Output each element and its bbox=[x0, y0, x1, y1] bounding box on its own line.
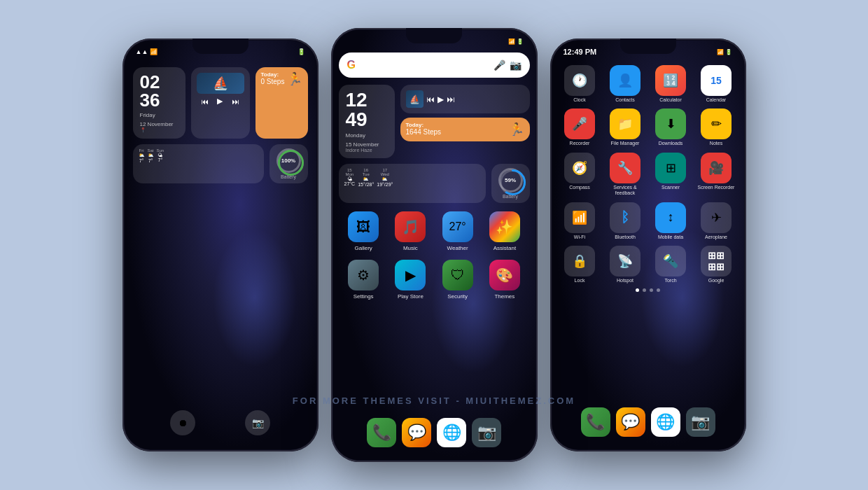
app3-label-lock: Lock bbox=[575, 278, 585, 284]
app-gallery[interactable]: 🖼 Gallery bbox=[342, 209, 386, 254]
steps-title-1: Today: bbox=[261, 71, 285, 78]
app3-icon-torch: 🔦 bbox=[655, 246, 686, 276]
dock-chrome-3[interactable]: 🌐 bbox=[651, 407, 680, 437]
clock-location: 📍 bbox=[140, 127, 178, 133]
bottom-record-btn[interactable]: ⏺ bbox=[170, 410, 195, 435]
app3-clock[interactable]: 🕐 Clock bbox=[558, 63, 602, 105]
app3-icon-screenrecorder: 🎥 bbox=[701, 153, 732, 183]
app3-hotspot[interactable]: 📡 Hotspot bbox=[603, 244, 648, 286]
page-dots-3 bbox=[556, 288, 740, 292]
app3-compass[interactable]: 🧭 Compass bbox=[558, 150, 602, 199]
battery-circle-2: 59% bbox=[498, 168, 523, 192]
app-weather[interactable]: 27° Weather bbox=[435, 209, 479, 254]
app3-icon-calculator: 🔢 bbox=[655, 65, 686, 96]
weather-days-1: Fri ⛅ 7° Sat ⛅ 7° Sun 🌤 bbox=[139, 148, 258, 163]
app3-icon-recorder: 🎤 bbox=[564, 108, 595, 139]
app-themes[interactable]: 🎨 Themes bbox=[482, 257, 526, 302]
app-label-gallery: Gallery bbox=[354, 245, 372, 251]
app3-aeroplane[interactable]: ✈ Aeroplane bbox=[694, 200, 738, 242]
steps-title-2: Today: bbox=[406, 122, 442, 128]
dock-phone-3[interactable]: 📞 bbox=[581, 407, 610, 437]
dock-phone-2[interactable]: 📞 bbox=[367, 418, 396, 447]
app3-bluetooth[interactable]: ᛒ Bluetooth bbox=[603, 200, 648, 242]
music-play[interactable]: ▶ bbox=[217, 97, 223, 106]
dock-camera-2[interactable]: 📷 bbox=[472, 418, 501, 447]
battery-circle-1: 100% bbox=[276, 148, 301, 173]
music-next[interactable]: ⏭ bbox=[232, 97, 239, 106]
app3-google[interactable]: ⊞⊞⊞⊞ Google bbox=[694, 244, 738, 286]
clock-day: Friday bbox=[140, 112, 178, 118]
camera-search-icon[interactable]: 📷 bbox=[510, 59, 522, 71]
widget-row-1: 02 36 Friday 12 November 📍 ⛵ ⏮ ▶ bbox=[133, 67, 308, 139]
app3-icon-lock: 🔒 bbox=[564, 246, 595, 276]
weather-day-fri: Fri ⛅ 7° bbox=[139, 148, 145, 163]
app3-label-aeroplane: Aeroplane bbox=[705, 234, 727, 240]
app-icon-themes: 🎨 bbox=[489, 260, 520, 290]
app3-scanner[interactable]: ⊞ Scanner bbox=[649, 150, 693, 199]
app-assistant[interactable]: ✨ Assistant bbox=[482, 209, 526, 254]
music-prev[interactable]: ⏮ bbox=[201, 97, 209, 106]
app-music[interactable]: 🎵 Music bbox=[388, 209, 433, 254]
bottom-camera-btn[interactable]: 📷 bbox=[245, 410, 270, 435]
weather-day-sun: Sun 🌤 7° bbox=[157, 148, 164, 163]
app3-calculator[interactable]: 🔢 Calculator bbox=[649, 63, 693, 105]
clock-loc-2: Indore Haze bbox=[346, 148, 388, 153]
app3-mobiledata[interactable]: ↕ Mobile data bbox=[649, 200, 693, 242]
app3-notes[interactable]: ✏ Notes bbox=[694, 106, 738, 148]
app3-contacts[interactable]: 👤 Contacts bbox=[603, 63, 648, 105]
dot-2 bbox=[643, 288, 646, 292]
widget-row-p2-1: 12 49 Monday 15 November Indore Haze ⛵ bbox=[339, 85, 530, 158]
app3-icon-filemanager: 📁 bbox=[610, 108, 640, 139]
app3-downloads[interactable]: ⬇ Downloads bbox=[649, 106, 693, 148]
status-time-3: 12:49 PM bbox=[564, 48, 597, 56]
dock-messages-2[interactable]: 💬 bbox=[402, 418, 431, 447]
watermark: FOR MORE THEMES VISIT - MIUITHEMEZ.COM bbox=[293, 396, 575, 406]
app3-icon-hotspot: 📡 bbox=[610, 246, 640, 276]
app3-icon-services: 🔧 bbox=[610, 153, 640, 183]
app-grid-p3: 🕐 Clock 👤 Contacts 🔢 Calculator 15 Calen… bbox=[556, 63, 740, 286]
app-settings[interactable]: ⚙ Settings bbox=[342, 257, 386, 302]
app3-services[interactable]: 🔧 Services & feedback bbox=[603, 150, 648, 199]
dock-camera-3[interactable]: 📷 bbox=[686, 407, 715, 437]
app3-label-scanner: Scanner bbox=[662, 185, 680, 190]
clock-widget-2: 12 49 Monday 15 November Indore Haze bbox=[339, 85, 395, 158]
app3-label-bluetooth: Bluetooth bbox=[615, 234, 636, 240]
app3-torch[interactable]: 🔦 Torch bbox=[649, 244, 693, 286]
dock-messages-3[interactable]: 💬 bbox=[616, 407, 645, 437]
music-next-2[interactable]: ⏭ bbox=[447, 94, 455, 104]
phone-1: ▲▲ 📶 🔋 02 36 Friday 12 November 📍 bbox=[122, 38, 318, 451]
dock-chrome-2[interactable]: 🌐 bbox=[437, 418, 466, 447]
dock-3: 📞 💬 🌐 📷 bbox=[581, 407, 715, 437]
notch-3 bbox=[620, 38, 676, 54]
search-bar[interactable]: G 🎤 📷 bbox=[339, 52, 530, 78]
app-security[interactable]: 🛡 Security bbox=[435, 257, 479, 302]
app3-label-downloads: Downloads bbox=[659, 141, 683, 146]
notch-2 bbox=[406, 28, 462, 43]
widget-row-2: Fri ⛅ 7° Sat ⛅ 7° Sun 🌤 bbox=[133, 144, 308, 183]
app3-label-google: Google bbox=[708, 278, 724, 284]
music-album-art: ⛵ bbox=[213, 76, 228, 91]
app-icon-assistant: ✨ bbox=[489, 211, 520, 242]
music-play-2[interactable]: ▶ bbox=[438, 94, 444, 104]
app3-label-services: Services & feedback bbox=[603, 185, 648, 197]
app-label-assistant: Assistant bbox=[493, 245, 516, 251]
app3-label-recorder: Recorder bbox=[570, 141, 590, 146]
music-controls[interactable]: ⏮ ▶ ⏭ bbox=[197, 97, 244, 106]
app3-lock[interactable]: 🔒 Lock bbox=[558, 244, 602, 286]
bottom-bar-1: ⏺ 📷 bbox=[125, 410, 316, 435]
music-widget-2: ⛵ ⏮ ▶ ⏭ bbox=[400, 85, 530, 113]
app3-wifi[interactable]: 📶 Wi-Fi bbox=[558, 200, 602, 242]
app3-filemanager[interactable]: 📁 File Manager bbox=[603, 106, 648, 148]
wd-17: 17 Wed ⛅ 19°/29° bbox=[377, 168, 393, 187]
mic-icon[interactable]: 🎤 bbox=[493, 59, 505, 71]
app-label-playstore: Play Store bbox=[398, 293, 424, 300]
steps-widget-2: Today: 1644 Steps 🏃 bbox=[400, 118, 530, 141]
app3-icon-mobiledata: ↕ bbox=[655, 202, 686, 233]
app3-label-filemanager: File Manager bbox=[611, 141, 640, 146]
app-playstore[interactable]: ▶ Play Store bbox=[388, 257, 433, 302]
wd-15: 15 Mon 🌤 27°C bbox=[344, 168, 356, 187]
app3-screenrecorder[interactable]: 🎥 Screen Recorder bbox=[694, 150, 738, 199]
app3-recorder[interactable]: 🎤 Recorder bbox=[558, 106, 602, 148]
app3-calendar[interactable]: 15 Calendar bbox=[694, 63, 738, 105]
music-prev-2[interactable]: ⏮ bbox=[426, 94, 435, 104]
